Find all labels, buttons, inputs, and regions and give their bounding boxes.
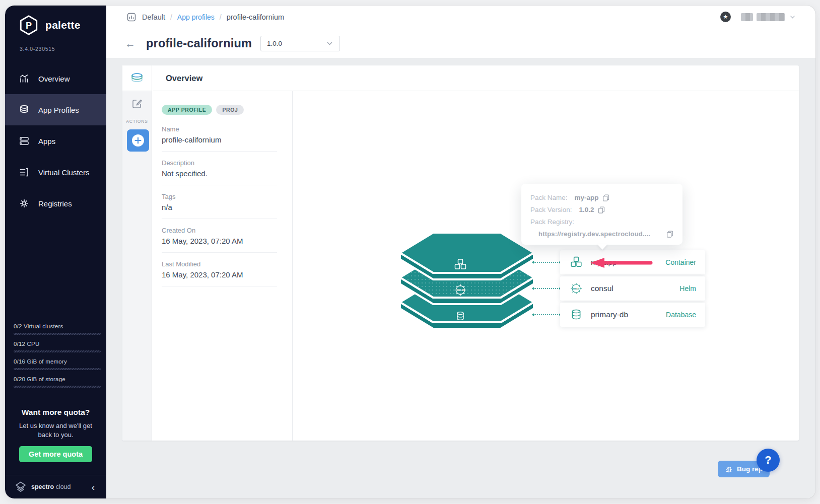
sidebar-item-label: Apps — [38, 137, 55, 146]
breadcrumb-current: profile-californium — [227, 13, 284, 21]
back-arrow-icon[interactable]: ← — [125, 38, 135, 49]
bug-icon — [725, 465, 733, 473]
field-tags: Tags n/a — [162, 185, 277, 219]
sidebar-item-virtual-clusters[interactable]: Virtual Clusters — [5, 157, 106, 188]
sidebar-item-app-profiles[interactable]: App Profiles — [5, 94, 106, 125]
overview-header: Overview — [153, 65, 799, 91]
redacted-username-block — [741, 13, 753, 21]
app-version: 3.4.0-230515 — [20, 46, 55, 52]
app-profile-badge: APP PROFILE — [162, 105, 212, 115]
sidebar-item-label: Registries — [38, 199, 72, 208]
pack-registry-value: https://registry.dev.spectrocloud.... — [538, 230, 666, 238]
pack-version-value: 1.0.2 — [579, 206, 594, 213]
card-main: Overview APP PROFILE PROJ Name profile-c… — [153, 65, 799, 441]
palette-logo-icon: P — [18, 15, 39, 36]
tier-connector-line — [533, 262, 560, 263]
layers-tab-icon — [130, 71, 144, 85]
actions-label: ACTIONS — [122, 119, 152, 124]
quota-virtual-clusters: 0/2 Virtual clusters — [14, 323, 101, 335]
tier-row-consul[interactable]: HELM consul Helm — [560, 276, 705, 301]
svg-text:HELM: HELM — [457, 289, 463, 292]
field-name: Name profile-californium — [162, 118, 277, 152]
page-title-row: ← profile-californium 1.0.0 Deploy Setti… — [106, 29, 815, 58]
tier-row-primary-db[interactable]: primary-db Database — [560, 303, 705, 327]
badges-row: APP PROFILE PROJ — [162, 105, 277, 115]
helm-icon: HELM — [455, 284, 466, 296]
gear-icon — [19, 198, 30, 209]
profile-details: APP PROFILE PROJ Name profile-californiu… — [153, 91, 293, 441]
profile-diagram-area: HELM — [293, 91, 799, 441]
breadcrumb-project[interactable]: Default — [142, 13, 165, 21]
sidebar: P palette 3.4.0-230515 Overview — [5, 6, 106, 498]
edit-profile-button[interactable] — [122, 98, 152, 110]
sidebar-item-apps[interactable]: Apps — [5, 125, 106, 157]
star-icon[interactable]: ★ — [720, 12, 731, 22]
sidebar-item-label: Overview — [38, 75, 70, 83]
quota-cpu: 0/12 CPU — [14, 341, 101, 352]
tier-connector-line — [533, 288, 560, 289]
copy-icon[interactable] — [666, 231, 673, 238]
edit-pencil-icon — [131, 98, 143, 110]
quota-cta-title: Want more quota? — [14, 408, 97, 417]
get-more-quota-button[interactable]: Get more quota — [19, 446, 92, 462]
copy-icon[interactable] — [598, 206, 605, 213]
quota-cta: Want more quota? Let us know and we'll g… — [5, 408, 106, 462]
redacted-username-block — [757, 13, 785, 21]
quota-storage: 0/20 GiB of storage — [14, 376, 101, 388]
card-tabstrip: ACTIONS — [122, 65, 152, 441]
page-background: ACTIONS Overview APP PRO — [106, 58, 815, 498]
page-title: profile-californium — [146, 37, 252, 50]
sidebar-footer: spectro cloud ‹ — [5, 475, 106, 498]
quota-memory: 0/16 GiB of memory — [14, 358, 101, 370]
help-button[interactable]: ? — [757, 449, 780, 472]
version-select[interactable]: 1.0.0 — [260, 36, 340, 51]
app-tiers-stack-graphic: HELM — [400, 233, 534, 329]
sidebar-item-label: Virtual Clusters — [38, 168, 89, 177]
quota-progress-bar — [14, 368, 101, 370]
apps-server-icon — [19, 135, 30, 147]
quota-progress-bar — [14, 333, 101, 335]
app-window: P palette 3.4.0-230515 Overview — [5, 6, 815, 498]
proj-badge: PROJ — [216, 105, 244, 115]
main-area: Default / App profiles / profile-califor… — [106, 6, 815, 498]
svg-text:HELM: HELM — [573, 287, 580, 290]
topbar: Default / App profiles / profile-califor… — [106, 6, 815, 58]
quota-cta-body: Let us know and we'll get back to you. — [14, 421, 97, 440]
quota-progress-bar — [14, 350, 101, 352]
helm-icon: HELM — [570, 282, 582, 295]
pack-name-value: my-app — [575, 194, 599, 201]
field-last-modified: Last Modified 16 May, 2023, 07:20 AM — [162, 253, 277, 286]
add-tier-button[interactable] — [127, 129, 149, 152]
tab-overview[interactable] — [122, 65, 152, 91]
version-select-value: 1.0.0 — [267, 40, 282, 47]
brand-name: palette — [45, 19, 81, 31]
layers-stack-icon — [19, 104, 30, 115]
sidebar-collapse-icon[interactable]: ‹ — [90, 482, 97, 492]
sidebar-item-label: App Profiles — [38, 106, 79, 114]
field-description: Description Not specified. — [162, 152, 277, 185]
tooltip-caret — [597, 244, 608, 250]
pack-info-tooltip: Pack Name: my-app Pack Version: 1.0.2 — [521, 184, 682, 245]
user-menu-chevron-down-icon[interactable] — [789, 14, 796, 20]
topbar-user-area: ★ — [720, 12, 796, 22]
virtual-clusters-list-icon — [19, 167, 30, 178]
sidebar-item-registries[interactable]: Registries — [5, 188, 106, 219]
copy-icon[interactable] — [602, 194, 609, 201]
tier-connector-line — [533, 314, 560, 315]
plus-circle-icon — [131, 133, 145, 148]
brand-logo: P palette — [18, 15, 81, 36]
spectro-cloud-logo-icon — [15, 481, 27, 493]
container-icon — [570, 256, 582, 268]
svg-text:P: P — [26, 21, 32, 31]
spectro-cloud-wordmark: spectro cloud — [31, 483, 71, 490]
highlight-arrow — [588, 257, 655, 268]
quota-section: 0/2 Virtual clusters 0/12 CPU 0/16 GiB o… — [14, 323, 101, 394]
field-created-on: Created On 16 May, 2023, 07:20 AM — [162, 219, 277, 253]
breadcrumb-app-profiles-link[interactable]: App profiles — [177, 13, 215, 21]
profile-overview-card: ACTIONS Overview APP PRO — [122, 65, 799, 441]
database-icon — [570, 309, 582, 321]
sidebar-nav: Overview App Profiles — [5, 63, 106, 219]
chevron-down-icon — [326, 40, 333, 47]
sidebar-item-overview[interactable]: Overview — [5, 63, 106, 94]
project-icon — [127, 13, 136, 22]
